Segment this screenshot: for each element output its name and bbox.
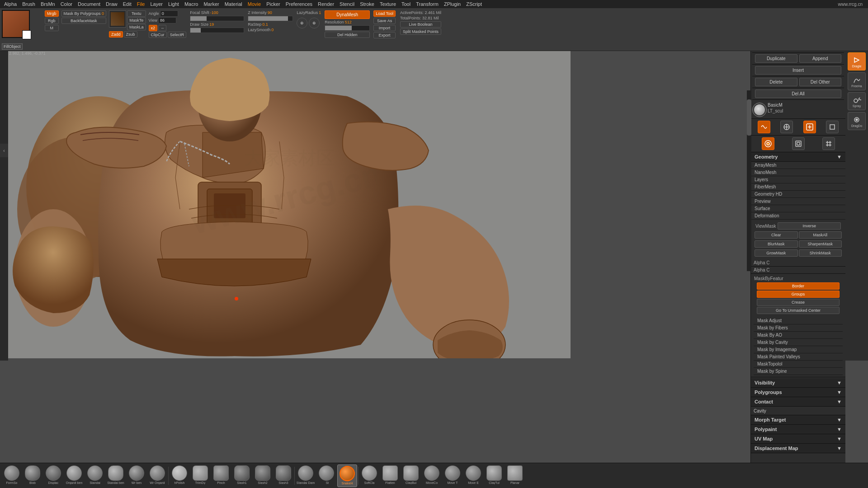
dragdot-tool-btn[interactable]: DragDo [848, 112, 866, 130]
selectr-btn[interactable]: SelectR [168, 32, 187, 38]
brush-wr-ben[interactable]: Wr ben [127, 465, 146, 487]
delete-btn[interactable]: Delete [755, 78, 797, 86]
geometry-header[interactable]: Geometry ▼ [751, 152, 845, 162]
brush-wr-organil[interactable]: Wr Organil [147, 465, 167, 487]
sharpen-mask-btn[interactable]: SharpenMask [799, 240, 842, 248]
blur-mask-btn[interactable]: BlurMask [755, 240, 798, 248]
brush-standai[interactable]: Standai [85, 465, 105, 487]
groups-btn[interactable]: Groups [757, 291, 840, 298]
geometry-hd-item[interactable]: Geometry HD [751, 191, 845, 198]
drag-tool-btn[interactable]: Dragle [848, 52, 866, 70]
rgb-btn[interactable]: Rgb [45, 18, 59, 24]
menu-draw[interactable]: Draw [104, 1, 120, 7]
surface-item[interactable]: Surface [751, 205, 845, 212]
append-btn[interactable]: Append [799, 54, 842, 63]
textu-btn[interactable]: Textu [127, 10, 146, 17]
m-btn[interactable]: M [45, 25, 59, 31]
save-as-btn[interactable]: Save As [373, 18, 396, 24]
clear-mask-btn[interactable]: Clear [755, 231, 798, 239]
texture-preview[interactable] [109, 10, 126, 28]
brush-softcla[interactable]: SoftCla [359, 465, 379, 487]
menu-texture[interactable]: Texture [377, 1, 398, 7]
morph-target-header[interactable]: Morph Target ▼ [751, 415, 845, 425]
menu-light[interactable]: Light [166, 1, 181, 7]
mask-all-btn[interactable]: MaskAll [799, 231, 842, 239]
main-color-swatch[interactable] [2, 10, 30, 38]
secondary-color-swatch[interactable] [22, 30, 31, 39]
z-intensity-slider[interactable] [248, 16, 293, 21]
freehand-tool-btn[interactable]: FreeHa [848, 72, 866, 90]
mask-by-fibers-item[interactable]: Mask by Fibers [754, 324, 843, 332]
brush-snakeh[interactable]: SnakeH [337, 465, 357, 487]
insert-btn[interactable]: Insert [755, 66, 841, 75]
focal-slider[interactable] [190, 16, 244, 21]
grid-tool-btn[interactable] [822, 137, 835, 150]
maskla-btn[interactable]: MaskLa [127, 24, 146, 30]
mask-by-cavity-item[interactable]: Mask by Cavity [754, 339, 843, 346]
menu-render[interactable]: Render [316, 1, 336, 7]
brush-move-e[interactable]: Move E [463, 465, 483, 487]
view-input[interactable] [158, 17, 176, 23]
brush-slash2[interactable]: Slash2 [253, 465, 273, 487]
brush-blob[interactable]: Blob [23, 465, 42, 487]
menu-macro[interactable]: Macro [182, 1, 201, 7]
border-btn[interactable]: Border [757, 282, 840, 290]
local-tool-btn[interactable] [762, 137, 774, 150]
menu-material[interactable]: Material [222, 1, 245, 7]
import-btn[interactable]: Import [373, 25, 396, 31]
split-masked-btn[interactable]: Split Masked Points [400, 28, 441, 35]
mask-by-polygroups-btn[interactable]: Mask By Polygroups 0 [61, 10, 107, 17]
shrink-mask-btn[interactable]: ShrinkMask [799, 249, 842, 257]
brush-planar[interactable]: Planar [505, 465, 525, 487]
brush-moveco[interactable]: MoveCo [422, 465, 442, 487]
scroll-thumb[interactable] [747, 99, 751, 136]
mrgb-btn[interactable]: Mrgb [45, 10, 59, 17]
menu-marker[interactable]: Marker [201, 1, 221, 7]
mask-painted-valleys-item[interactable]: Mask Painted Valleys [754, 353, 843, 361]
preview-item[interactable]: Preview [751, 198, 845, 205]
menu-file[interactable]: File [135, 1, 147, 7]
brush-pinch[interactable]: Pinch [211, 465, 231, 487]
menu-zscript[interactable]: ZScript [464, 1, 484, 7]
fill-object-btn[interactable]: FillObject [2, 44, 43, 49]
angle-input[interactable] [160, 10, 178, 17]
menu-layer[interactable]: Layer [148, 1, 165, 7]
load-tool-btn[interactable]: Load Tool [373, 10, 396, 17]
brush-flatten[interactable]: Flatten [380, 465, 400, 487]
ctrl-icon[interactable]: ⊕ [297, 18, 307, 28]
mask-by-spine-item[interactable]: Mask by Spine [754, 368, 843, 375]
maskte-btn[interactable]: MaskTe [127, 17, 146, 23]
contact-header[interactable]: Contact ▼ [751, 397, 845, 407]
mask-adjust-item[interactable]: Mask Adjust [754, 317, 843, 324]
layers-item[interactable]: Layers [751, 176, 845, 183]
zsub-btn[interactable]: Zsub [124, 31, 137, 38]
duplicate-btn[interactable]: Duplicate [755, 54, 797, 63]
zadd-btn[interactable]: Zadd [109, 31, 123, 38]
brush-standai-dam[interactable]: Standai Dam [296, 465, 316, 487]
visibility-header[interactable]: Visibility ▼ [751, 378, 845, 388]
sym-btn[interactable]: ↔ [158, 25, 166, 31]
go-to-unmasked-btn[interactable]: Go To Unmasked Center [757, 307, 840, 314]
brush-claytul[interactable]: ClayTul [484, 465, 504, 487]
menu-transform[interactable]: Transform [414, 1, 441, 7]
menu-brush[interactable]: Brush [20, 1, 38, 7]
displacement-map-header[interactable]: Displacement Map ▼ [751, 444, 845, 453]
menu-movie[interactable]: Movie [245, 1, 263, 7]
menu-stencil[interactable]: Stencil [337, 1, 357, 7]
menu-stroke[interactable]: Stroke [358, 1, 377, 7]
left-panel-collapse[interactable]: ‹ [0, 144, 8, 157]
viewport[interactable]: www.rrcg.cn 大家素材区 [8, 51, 571, 358]
menu-picker[interactable]: Picker [264, 1, 283, 7]
del-hidden-btn[interactable]: Del Hidden [325, 32, 370, 38]
mask-topolol-item[interactable]: MaskTopolol [754, 361, 843, 368]
menu-color[interactable]: Color [58, 1, 75, 7]
dynamesh-btn[interactable]: DynaMesh [325, 10, 370, 19]
vertical-scrollbar[interactable] [747, 90, 751, 271]
menu-preferences[interactable]: Preferences [283, 1, 315, 7]
brush-standai-ben[interactable]: Standai ben [106, 465, 126, 487]
polygroups-header[interactable]: Polygroups ▼ [751, 388, 845, 397]
inverse-btn[interactable]: Inverse [778, 222, 841, 230]
polypaint-header[interactable]: Polypaint ▼ [751, 425, 845, 434]
array-mesh-item[interactable]: ArrayMesh [751, 162, 845, 169]
frame-tool-btn[interactable] [792, 137, 805, 150]
